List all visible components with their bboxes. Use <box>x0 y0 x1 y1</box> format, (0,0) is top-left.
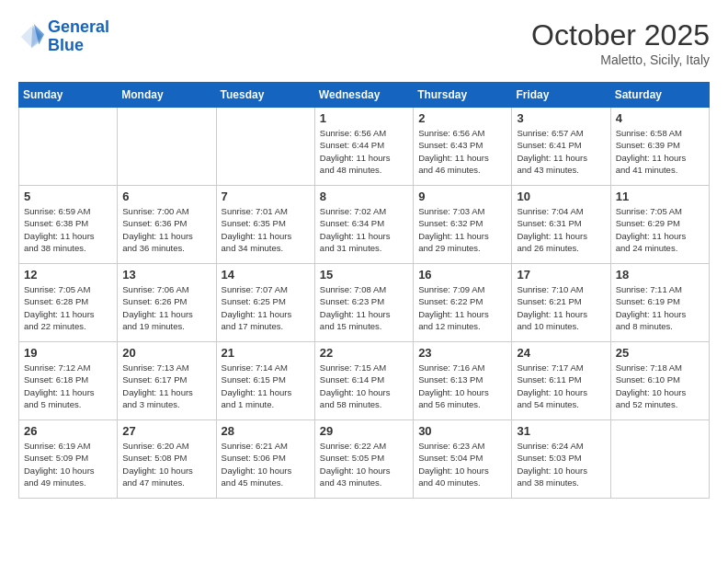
logo-text: General Blue <box>48 18 109 55</box>
calendar-cell: 25Sunrise: 7:18 AM Sunset: 6:10 PM Dayli… <box>610 342 709 420</box>
calendar-cell: 16Sunrise: 7:09 AM Sunset: 6:22 PM Dayli… <box>414 264 512 342</box>
day-info: Sunrise: 7:17 AM Sunset: 6:11 PM Dayligh… <box>517 362 605 410</box>
calendar-cell: 29Sunrise: 6:22 AM Sunset: 5:05 PM Dayli… <box>314 420 413 499</box>
day-info: Sunrise: 7:14 AM Sunset: 6:15 PM Dayligh… <box>222 362 310 410</box>
calendar-cell: 30Sunrise: 6:23 AM Sunset: 5:04 PM Dayli… <box>414 420 512 499</box>
day-number: 29 <box>320 424 408 438</box>
calendar-cell <box>19 108 118 186</box>
calendar-cell: 27Sunrise: 6:20 AM Sunset: 5:08 PM Dayli… <box>118 420 216 499</box>
day-info: Sunrise: 6:56 AM Sunset: 6:44 PM Dayligh… <box>320 127 408 176</box>
calendar-cell: 5Sunrise: 6:59 AM Sunset: 6:38 PM Daylig… <box>19 186 118 264</box>
calendar-cell: 19Sunrise: 7:12 AM Sunset: 6:18 PM Dayli… <box>19 342 118 420</box>
day-info: Sunrise: 7:18 AM Sunset: 6:10 PM Dayligh… <box>616 362 704 410</box>
day-info: Sunrise: 7:15 AM Sunset: 6:14 PM Dayligh… <box>320 362 408 410</box>
calendar-cell: 8Sunrise: 7:02 AM Sunset: 6:34 PM Daylig… <box>314 186 413 264</box>
week-row-1: 1Sunrise: 6:56 AM Sunset: 6:44 PM Daylig… <box>19 108 710 186</box>
day-number: 10 <box>517 190 605 203</box>
day-info: Sunrise: 7:08 AM Sunset: 6:23 PM Dayligh… <box>320 283 408 332</box>
week-row-2: 5Sunrise: 6:59 AM Sunset: 6:38 PM Daylig… <box>19 186 710 264</box>
week-row-4: 19Sunrise: 7:12 AM Sunset: 6:18 PM Dayli… <box>19 342 710 420</box>
day-info: Sunrise: 6:24 AM Sunset: 5:03 PM Dayligh… <box>517 440 605 488</box>
day-number: 19 <box>24 346 112 360</box>
calendar-cell: 28Sunrise: 6:21 AM Sunset: 5:06 PM Dayli… <box>216 420 314 499</box>
week-row-3: 12Sunrise: 7:05 AM Sunset: 6:28 PM Dayli… <box>19 264 710 342</box>
day-number: 21 <box>222 346 310 360</box>
calendar-cell: 13Sunrise: 7:06 AM Sunset: 6:26 PM Dayli… <box>118 264 216 342</box>
day-header-sunday: Sunday <box>19 83 118 108</box>
day-number: 25 <box>616 346 704 360</box>
day-header-thursday: Thursday <box>414 83 512 108</box>
page-header: General Blue October 2025 Maletto, Sicil… <box>18 18 710 67</box>
day-info: Sunrise: 7:07 AM Sunset: 6:25 PM Dayligh… <box>222 283 310 332</box>
day-header-friday: Friday <box>512 83 610 108</box>
day-number: 4 <box>616 111 704 125</box>
day-info: Sunrise: 7:04 AM Sunset: 6:31 PM Dayligh… <box>517 205 605 254</box>
calendar-cell: 14Sunrise: 7:07 AM Sunset: 6:25 PM Dayli… <box>216 264 314 342</box>
day-number: 27 <box>122 424 210 438</box>
day-info: Sunrise: 6:58 AM Sunset: 6:39 PM Dayligh… <box>616 127 704 176</box>
day-number: 13 <box>122 268 210 282</box>
calendar-cell: 2Sunrise: 6:56 AM Sunset: 6:43 PM Daylig… <box>414 108 512 186</box>
day-info: Sunrise: 6:23 AM Sunset: 5:04 PM Dayligh… <box>418 440 506 488</box>
day-number: 18 <box>616 268 704 282</box>
calendar-cell: 20Sunrise: 7:13 AM Sunset: 6:17 PM Dayli… <box>118 342 216 420</box>
day-info: Sunrise: 7:10 AM Sunset: 6:21 PM Dayligh… <box>517 283 605 332</box>
day-info: Sunrise: 7:09 AM Sunset: 6:22 PM Dayligh… <box>418 283 506 332</box>
day-info: Sunrise: 7:03 AM Sunset: 6:32 PM Dayligh… <box>418 205 506 254</box>
day-number: 26 <box>24 424 112 438</box>
day-number: 7 <box>222 190 310 203</box>
day-info: Sunrise: 7:16 AM Sunset: 6:13 PM Dayligh… <box>418 362 506 410</box>
day-number: 23 <box>418 346 506 360</box>
day-info: Sunrise: 6:57 AM Sunset: 6:41 PM Dayligh… <box>517 127 605 176</box>
logo: General Blue <box>18 18 109 55</box>
week-row-5: 26Sunrise: 6:19 AM Sunset: 5:09 PM Dayli… <box>19 420 710 499</box>
day-number: 6 <box>122 190 210 203</box>
day-number: 28 <box>222 424 310 438</box>
day-number: 11 <box>616 190 704 203</box>
day-info: Sunrise: 7:00 AM Sunset: 6:36 PM Dayligh… <box>122 205 210 254</box>
calendar-cell: 10Sunrise: 7:04 AM Sunset: 6:31 PM Dayli… <box>512 186 610 264</box>
calendar-cell: 4Sunrise: 6:58 AM Sunset: 6:39 PM Daylig… <box>610 108 709 186</box>
location-subtitle: Maletto, Sicily, Italy <box>531 52 710 67</box>
calendar-cell: 6Sunrise: 7:00 AM Sunset: 6:36 PM Daylig… <box>118 186 216 264</box>
calendar-cell: 15Sunrise: 7:08 AM Sunset: 6:23 PM Dayli… <box>314 264 413 342</box>
day-number: 2 <box>418 111 506 125</box>
calendar-cell: 24Sunrise: 7:17 AM Sunset: 6:11 PM Dayli… <box>512 342 610 420</box>
day-info: Sunrise: 7:01 AM Sunset: 6:35 PM Dayligh… <box>222 205 310 254</box>
day-number: 14 <box>222 268 310 282</box>
day-info: Sunrise: 6:19 AM Sunset: 5:09 PM Dayligh… <box>24 440 112 488</box>
day-number: 20 <box>122 346 210 360</box>
calendar-cell: 31Sunrise: 6:24 AM Sunset: 5:03 PM Dayli… <box>512 420 610 499</box>
day-number: 17 <box>517 268 605 282</box>
calendar-cell: 22Sunrise: 7:15 AM Sunset: 6:14 PM Dayli… <box>314 342 413 420</box>
calendar-cell: 17Sunrise: 7:10 AM Sunset: 6:21 PM Dayli… <box>512 264 610 342</box>
calendar-cell <box>610 420 709 499</box>
day-header-tuesday: Tuesday <box>216 83 314 108</box>
day-number: 22 <box>320 346 408 360</box>
calendar-cell <box>118 108 216 186</box>
day-info: Sunrise: 6:56 AM Sunset: 6:43 PM Dayligh… <box>418 127 506 176</box>
calendar-cell: 1Sunrise: 6:56 AM Sunset: 6:44 PM Daylig… <box>314 108 413 186</box>
day-info: Sunrise: 7:02 AM Sunset: 6:34 PM Dayligh… <box>320 205 408 254</box>
day-number: 24 <box>517 346 605 360</box>
day-info: Sunrise: 7:05 AM Sunset: 6:28 PM Dayligh… <box>24 283 112 332</box>
calendar-cell: 12Sunrise: 7:05 AM Sunset: 6:28 PM Dayli… <box>19 264 118 342</box>
day-number: 9 <box>418 190 506 203</box>
day-number: 16 <box>418 268 506 282</box>
day-header-saturday: Saturday <box>610 83 709 108</box>
day-number: 8 <box>320 190 408 203</box>
day-info: Sunrise: 6:59 AM Sunset: 6:38 PM Dayligh… <box>24 205 112 254</box>
day-number: 3 <box>517 111 605 125</box>
day-info: Sunrise: 7:06 AM Sunset: 6:26 PM Dayligh… <box>122 283 210 332</box>
calendar-cell: 26Sunrise: 6:19 AM Sunset: 5:09 PM Dayli… <box>19 420 118 499</box>
day-info: Sunrise: 6:22 AM Sunset: 5:05 PM Dayligh… <box>320 440 408 488</box>
day-info: Sunrise: 6:21 AM Sunset: 5:06 PM Dayligh… <box>222 440 310 488</box>
calendar-cell: 23Sunrise: 7:16 AM Sunset: 6:13 PM Dayli… <box>414 342 512 420</box>
day-info: Sunrise: 7:05 AM Sunset: 6:29 PM Dayligh… <box>616 205 704 254</box>
calendar-cell <box>216 108 314 186</box>
day-number: 5 <box>24 190 112 203</box>
month-title: October 2025 <box>531 18 710 52</box>
day-info: Sunrise: 7:12 AM Sunset: 6:18 PM Dayligh… <box>24 362 112 410</box>
day-info: Sunrise: 7:13 AM Sunset: 6:17 PM Dayligh… <box>122 362 210 410</box>
header-row: SundayMondayTuesdayWednesdayThursdayFrid… <box>19 83 710 108</box>
